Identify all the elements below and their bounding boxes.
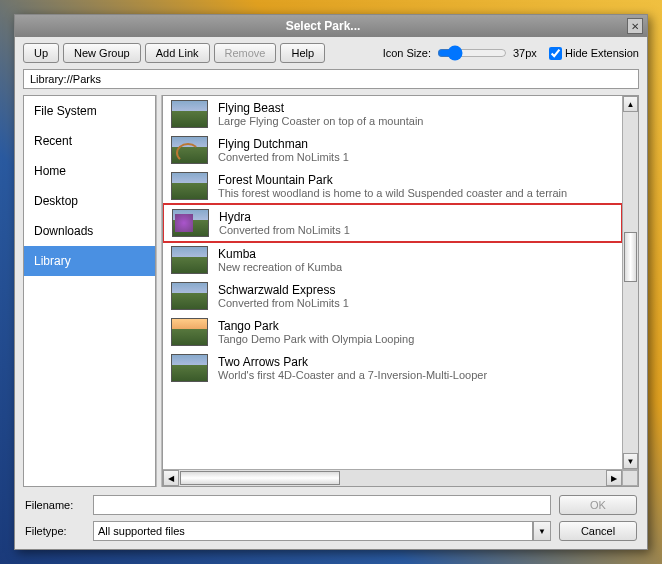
park-title: Tango Park <box>218 319 414 333</box>
park-thumbnail <box>171 246 208 274</box>
park-thumbnail <box>172 209 209 237</box>
filetype-label: Filetype: <box>25 525 85 537</box>
park-description: Converted from NoLimits 1 <box>218 151 349 163</box>
icon-size-slider[interactable] <box>437 45 507 61</box>
park-thumbnail <box>171 318 208 346</box>
park-description: New recreation of Kumba <box>218 261 342 273</box>
park-thumbnail <box>171 354 208 382</box>
hide-extension-label: Hide Extension <box>565 47 639 59</box>
sidebar-item-recent[interactable]: Recent <box>24 126 155 156</box>
content-panel: Flying BeastLarge Flying Coaster on top … <box>162 95 639 487</box>
sidebar-item-library[interactable]: Library <box>24 246 155 276</box>
vscroll-track[interactable] <box>623 112 638 453</box>
park-text: KumbaNew recreation of Kumba <box>218 247 342 273</box>
scroll-up-arrow[interactable]: ▲ <box>623 96 638 112</box>
select-park-dialog: Select Park... ✕ Up New Group Add Link R… <box>14 14 648 550</box>
list-item[interactable]: Flying DutchmanConverted from NoLimits 1 <box>163 132 622 168</box>
park-thumbnail <box>171 282 208 310</box>
park-title: Forest Mountain Park <box>218 173 567 187</box>
scroll-down-arrow[interactable]: ▼ <box>623 453 638 469</box>
footer: Filename: OK Filetype: ▼ Cancel <box>15 487 647 549</box>
park-thumbnail <box>171 172 208 200</box>
scroll-corner <box>622 470 638 486</box>
hide-extension-input[interactable] <box>549 47 562 60</box>
ok-button[interactable]: OK <box>559 495 637 515</box>
list-item[interactable]: KumbaNew recreation of Kumba <box>163 242 622 278</box>
list-item[interactable]: Flying BeastLarge Flying Coaster on top … <box>163 96 622 132</box>
park-thumbnail <box>171 136 208 164</box>
park-description: World's first 4D-Coaster and a 7-Inversi… <box>218 369 487 381</box>
remove-button: Remove <box>214 43 277 63</box>
park-text: Flying BeastLarge Flying Coaster on top … <box>218 101 423 127</box>
park-thumbnail <box>171 100 208 128</box>
filetype-select[interactable]: ▼ <box>93 521 551 541</box>
add-link-button[interactable]: Add Link <box>145 43 210 63</box>
park-description: Converted from NoLimits 1 <box>219 224 350 236</box>
scroll-right-arrow[interactable]: ▶ <box>606 470 622 486</box>
park-description: Large Flying Coaster on top of a mountai… <box>218 115 423 127</box>
park-text: Forest Mountain ParkThis forest woodland… <box>218 173 567 199</box>
path-input[interactable] <box>23 69 639 89</box>
park-text: Schwarzwald ExpressConverted from NoLimi… <box>218 283 349 309</box>
main-area: File SystemRecentHomeDesktopDownloadsLib… <box>23 95 639 487</box>
filename-label: Filename: <box>25 499 85 511</box>
park-text: HydraConverted from NoLimits 1 <box>219 210 350 236</box>
list-item[interactable]: Schwarzwald ExpressConverted from NoLimi… <box>163 278 622 314</box>
sidebar-item-desktop[interactable]: Desktop <box>24 186 155 216</box>
list-item[interactable]: Forest Mountain ParkThis forest woodland… <box>163 168 622 204</box>
park-description: This forest woodland is home to a wild S… <box>218 187 567 199</box>
close-button[interactable]: ✕ <box>627 18 643 34</box>
titlebar: Select Park... ✕ <box>15 15 647 37</box>
new-group-button[interactable]: New Group <box>63 43 141 63</box>
park-text: Two Arrows ParkWorld's first 4D-Coaster … <box>218 355 487 381</box>
cancel-button[interactable]: Cancel <box>559 521 637 541</box>
filetype-value[interactable] <box>93 521 533 541</box>
path-field <box>23 69 639 89</box>
scroll-left-arrow[interactable]: ◀ <box>163 470 179 486</box>
sidebar-item-downloads[interactable]: Downloads <box>24 216 155 246</box>
park-title: Two Arrows Park <box>218 355 487 369</box>
sidebar-item-file-system[interactable]: File System <box>24 96 155 126</box>
hide-extension-checkbox[interactable]: Hide Extension <box>549 47 639 60</box>
park-title: Hydra <box>219 210 350 224</box>
icon-size-value: 37px <box>513 47 543 59</box>
park-list: Flying BeastLarge Flying Coaster on top … <box>163 96 622 469</box>
horizontal-scrollbar[interactable]: ◀ ▶ <box>163 470 622 486</box>
park-title: Flying Beast <box>218 101 423 115</box>
list-item[interactable]: Tango ParkTango Demo Park with Olympia L… <box>163 314 622 350</box>
filename-input[interactable] <box>93 495 551 515</box>
park-description: Converted from NoLimits 1 <box>218 297 349 309</box>
icon-size-label: Icon Size: <box>383 47 431 59</box>
park-description: Tango Demo Park with Olympia Looping <box>218 333 414 345</box>
list-item[interactable]: Two Arrows ParkWorld's first 4D-Coaster … <box>163 350 622 386</box>
vscroll-thumb[interactable] <box>624 232 637 282</box>
list-item[interactable]: HydraConverted from NoLimits 1 <box>163 203 622 243</box>
toolbar: Up New Group Add Link Remove Help Icon S… <box>15 37 647 69</box>
window-title: Select Park... <box>19 19 627 33</box>
sidebar-item-home[interactable]: Home <box>24 156 155 186</box>
park-title: Kumba <box>218 247 342 261</box>
close-icon: ✕ <box>631 21 639 32</box>
park-text: Flying DutchmanConverted from NoLimits 1 <box>218 137 349 163</box>
up-button[interactable]: Up <box>23 43 59 63</box>
vertical-scrollbar[interactable]: ▲ ▼ <box>622 96 638 469</box>
park-title: Schwarzwald Express <box>218 283 349 297</box>
hscroll-thumb[interactable] <box>180 471 340 485</box>
park-text: Tango ParkTango Demo Park with Olympia L… <box>218 319 414 345</box>
sidebar: File SystemRecentHomeDesktopDownloadsLib… <box>23 95 156 487</box>
help-button[interactable]: Help <box>280 43 325 63</box>
hscroll-track[interactable] <box>179 470 606 486</box>
horizontal-scrollbar-row: ◀ ▶ <box>163 469 638 486</box>
park-list-container: Flying BeastLarge Flying Coaster on top … <box>163 96 638 469</box>
park-title: Flying Dutchman <box>218 137 349 151</box>
filetype-dropdown-arrow[interactable]: ▼ <box>533 521 551 541</box>
